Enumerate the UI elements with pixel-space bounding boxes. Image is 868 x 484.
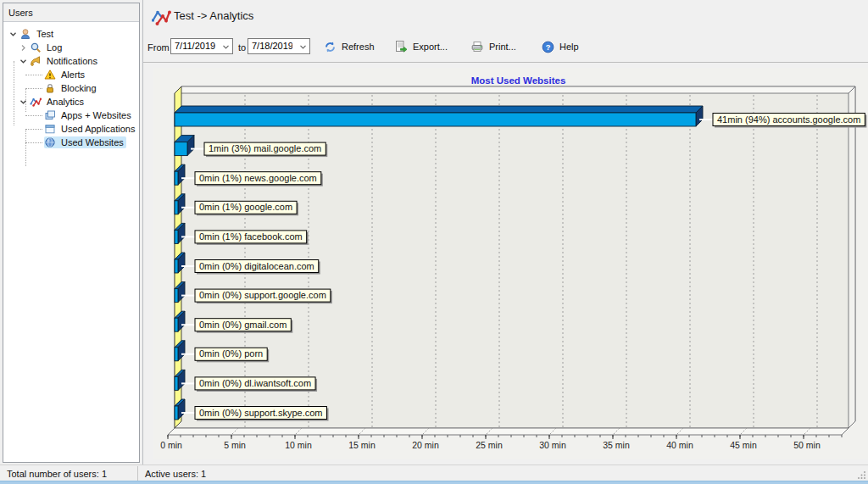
bar-value-label: 0min (0%) support.google.com: [199, 290, 326, 300]
x-tick-label: 50 min: [793, 440, 821, 450]
bar-front-face: [175, 289, 178, 303]
tree-item-apps-websites[interactable]: Apps + Websites: [3, 108, 139, 122]
tree-connector: [25, 75, 42, 75]
bar-front-face: [175, 113, 696, 126]
page-title: Test -> Analytics: [174, 9, 253, 22]
bar-front-face: [175, 259, 178, 273]
tree-item-label: Notifications: [44, 55, 100, 67]
to-label: to: [238, 42, 246, 53]
chevron-down-icon[interactable]: [298, 42, 308, 52]
chevron-down-icon[interactable]: [19, 97, 28, 107]
from-date-input[interactable]: [171, 39, 215, 53]
bar-top-face: [175, 106, 703, 113]
toolbar-separator: [143, 62, 868, 63]
chevron-down-icon[interactable]: [19, 57, 28, 66]
chart-title: Most Used Websites: [471, 75, 566, 86]
bar-value-label: 0min (1%) google.com: [199, 202, 292, 212]
x-tick-label: 45 min: [730, 440, 757, 450]
users-panel-header: Users: [3, 3, 139, 22]
user-icon: [19, 28, 31, 40]
tree-item-notifications[interactable]: Notifications: [3, 54, 139, 68]
chevron-down-icon[interactable]: [8, 30, 18, 39]
bar-value-label: 1min (3%) mail.google.com: [209, 143, 321, 153]
help-label: Help: [559, 42, 579, 52]
tree-item-analytics[interactable]: Analytics: [3, 95, 139, 108]
help-button[interactable]: ? Help: [542, 37, 579, 56]
tree-item-label: Log: [44, 42, 64, 53]
bar-front-face: [175, 230, 178, 243]
tree-item-used-applications[interactable]: Used Applications: [3, 122, 139, 136]
tree-item-label: Test: [34, 28, 56, 40]
refresh-button[interactable]: Refresh: [324, 37, 375, 56]
resize-grip[interactable]: [857, 470, 866, 479]
print-button[interactable]: Print...: [470, 37, 516, 56]
x-tick-label: 15 min: [348, 440, 376, 450]
chart-panel: 0 min5 min10 min15 min20 min25 min30 min…: [153, 68, 868, 459]
from-date-picker[interactable]: [170, 38, 233, 54]
tree-item-used-websites[interactable]: Used Websites: [3, 136, 139, 149]
tree-item-test[interactable]: Test: [3, 27, 139, 41]
apps-websites-icon: [44, 109, 56, 121]
bar-front-face: [175, 171, 178, 185]
plot-right-wall: [849, 86, 855, 428]
from-label: From: [147, 42, 170, 53]
window-icon: [44, 123, 56, 135]
main-area: Test -> Analytics From to Refresh: [142, 0, 868, 465]
x-tick-label: 20 min: [412, 440, 439, 450]
print-icon: [470, 40, 484, 53]
horn-icon: [30, 55, 42, 67]
x-tick-label: 35 min: [603, 440, 630, 450]
analytics-icon: [30, 96, 42, 108]
bar-value-label: 41min (94%) accounts.google.com: [717, 114, 860, 125]
analytics-chart: 0 min5 min10 min15 min20 min25 min30 min…: [153, 68, 868, 459]
user-tree: Test Log Notifications Alerts Blocki: [3, 22, 139, 462]
export-icon: [394, 40, 408, 53]
bar-front-face: [175, 348, 178, 361]
window-bottom-edge: [0, 481, 868, 484]
toolbar: From to Refresh Export...: [143, 34, 868, 61]
bar-front-face: [175, 142, 187, 156]
print-label: Print...: [489, 42, 516, 52]
users-panel-title: Users: [8, 8, 33, 18]
refresh-label: Refresh: [342, 42, 375, 52]
bar-value-label: 0min (1%) facebook.com: [199, 231, 303, 242]
export-button[interactable]: Export...: [394, 37, 448, 56]
tree-connector: [25, 115, 42, 116]
users-panel: Users Test Log Notifications: [3, 3, 140, 463]
selected-highlight: Used Websites: [44, 136, 126, 148]
chevron-right-icon[interactable]: [19, 43, 28, 53]
tree-item-log[interactable]: Log: [3, 41, 139, 54]
bar-front-face: [175, 406, 178, 420]
help-icon: ?: [542, 41, 554, 53]
x-tick-label: 40 min: [666, 440, 693, 450]
tree-item-blocking[interactable]: Blocking: [3, 81, 139, 95]
tree-item-alerts[interactable]: Alerts: [3, 68, 139, 81]
page-header: Test -> Analytics: [143, 0, 868, 32]
analytics-header-icon: [151, 7, 171, 27]
x-tick-label: 10 min: [285, 440, 312, 450]
statusbar-divider: [137, 466, 138, 481]
bar-value-label: 0min (1%) news.google.com: [199, 173, 317, 183]
tree-item-label: Used Websites: [58, 136, 126, 148]
tree-item-label: Apps + Websites: [58, 109, 134, 121]
active-users-status: Active users: 1: [145, 469, 206, 479]
tree-connector: [25, 142, 42, 143]
warning-icon: [44, 69, 56, 81]
to-date-input[interactable]: [248, 39, 292, 53]
bar-front-face: [175, 201, 178, 214]
x-tick-label: 5 min: [224, 440, 246, 450]
status-bar: Total number of users: 1 Active users: 1: [0, 465, 868, 481]
magnifier-icon: [30, 42, 42, 53]
bar-value-label: 0min (0%) porn: [199, 348, 263, 359]
x-tick-label: 0 min: [160, 440, 182, 450]
bar-value-label: 0min (0%) dl.iwantsoft.com: [199, 378, 311, 388]
to-date-picker[interactable]: [248, 38, 310, 54]
total-users-status: Total number of users: 1: [7, 469, 107, 479]
plot-floor: [168, 428, 849, 435]
bar-front-face: [175, 376, 178, 390]
x-tick-label: 30 min: [539, 440, 566, 450]
export-label: Export...: [413, 42, 448, 52]
bar-front-face: [175, 318, 178, 331]
chevron-down-icon[interactable]: [221, 42, 231, 52]
globe-icon: [44, 136, 56, 148]
